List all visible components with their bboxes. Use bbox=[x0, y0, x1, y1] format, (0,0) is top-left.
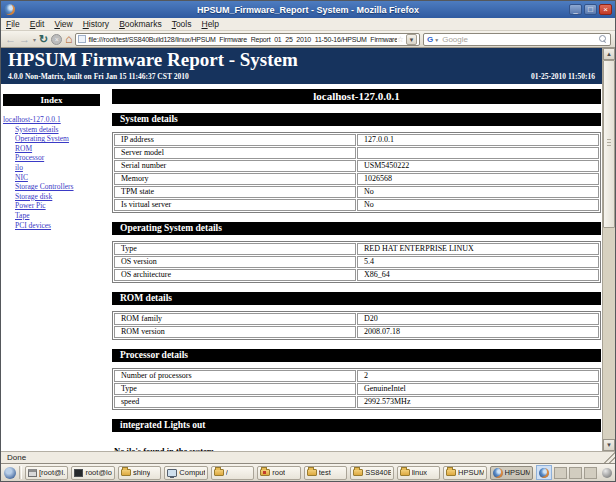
system-tray bbox=[536, 465, 612, 480]
browser-window: HPSUM_Firmware_Report - System - Mozilla… bbox=[0, 0, 616, 482]
folder-icon bbox=[307, 469, 317, 476]
search-engine-icon[interactable]: G bbox=[427, 35, 433, 44]
rom-details-table: ROM familyD20 ROM version2008.07.18 bbox=[112, 311, 601, 340]
scrollbar-thumb[interactable] bbox=[603, 60, 615, 228]
table-row: speed2992.573MHz bbox=[114, 396, 599, 408]
taskbar-item-hpsum-firefox[interactable]: HPSUM_... bbox=[490, 466, 533, 480]
url-text[interactable]: file:///root/test/SS840Build128/linux/HP… bbox=[88, 36, 396, 43]
page-title: HPSUM Firmware Report - System bbox=[8, 49, 595, 71]
scroll-down-icon[interactable]: ▼ bbox=[603, 439, 615, 451]
index-link-ilo[interactable]: ilo bbox=[15, 163, 105, 173]
index-sidebar: Index localhost-127.0.0.1 System details… bbox=[3, 94, 105, 230]
table-row: ROM familyD20 bbox=[114, 313, 599, 325]
menu-file[interactable]: File bbox=[6, 19, 20, 29]
minimize-button[interactable]: _ bbox=[569, 4, 582, 15]
taskbar-item-shiny[interactable]: shiny bbox=[118, 466, 161, 480]
workspace-switcher-2[interactable] bbox=[569, 467, 582, 479]
section-title-processor-details: Processor details bbox=[112, 349, 601, 362]
menu-help[interactable]: Help bbox=[201, 19, 218, 29]
table-row: TypeGenuineIntel bbox=[114, 383, 599, 395]
os-details-table: TypeRED HAT ENTERPRISE LINUX OS version5… bbox=[112, 241, 601, 283]
tray-status-icon[interactable] bbox=[602, 468, 612, 478]
section-title-system-details: System details bbox=[112, 113, 601, 126]
table-row: Number of processors2 bbox=[114, 370, 599, 382]
folder-icon bbox=[400, 469, 410, 476]
taskbar-item-root-slash[interactable]: / bbox=[211, 466, 254, 480]
folder-icon bbox=[353, 469, 363, 476]
index-link-storage-controllers[interactable]: Storage Controllers bbox=[15, 182, 105, 192]
workspace-switcher-1[interactable] bbox=[554, 467, 567, 479]
index-link-power-pic[interactable]: Power Pic bbox=[15, 201, 105, 211]
forward-icon[interactable]: → bbox=[19, 33, 30, 46]
taskbar-item-test[interactable]: test bbox=[304, 466, 347, 480]
menubar: File Edit View History Bookmarks Tools H… bbox=[1, 18, 615, 31]
taskbar-item-ss840b[interactable]: SS840B... bbox=[350, 466, 393, 480]
vertical-scrollbar[interactable]: ▲ ▼ bbox=[602, 48, 615, 451]
search-bar[interactable]: G ▼ Google bbox=[423, 33, 611, 46]
resize-grip[interactable] bbox=[603, 452, 615, 463]
terminal-dark-icon bbox=[74, 469, 83, 477]
search-placeholder[interactable]: Google bbox=[442, 35, 599, 44]
taskbar-item-root[interactable]: root bbox=[257, 466, 300, 480]
firefox-icon bbox=[493, 468, 503, 478]
back-icon[interactable]: ← bbox=[5, 33, 16, 46]
table-row: Is virtual serverNo bbox=[114, 199, 599, 211]
maximize-button[interactable]: □ bbox=[584, 4, 597, 15]
taskbar-item-hpsum-folder[interactable]: HPSUM_... bbox=[443, 466, 486, 480]
taskbar-item-computer[interactable]: Computer bbox=[164, 466, 207, 480]
section-title-rom-details: ROM details bbox=[112, 292, 601, 305]
index-link-storage-disk[interactable]: Storage disk bbox=[15, 192, 105, 202]
status-text: Done bbox=[7, 452, 26, 463]
firefox-icon bbox=[539, 468, 549, 478]
url-bar[interactable]: file:///root/test/SS840Build128/linux/HP… bbox=[75, 33, 420, 46]
workspace-switcher-3[interactable] bbox=[584, 467, 597, 479]
search-engine-dropdown-icon[interactable]: ▼ bbox=[434, 37, 439, 43]
tray-firefox-slot[interactable] bbox=[536, 465, 552, 480]
folder-icon bbox=[121, 469, 131, 476]
home-icon[interactable]: ⌂ bbox=[65, 33, 72, 46]
section-title-os-details: Operating System details bbox=[112, 222, 601, 235]
firefox-icon bbox=[4, 4, 15, 15]
index-link-operating-system[interactable]: Operating System bbox=[15, 134, 105, 144]
index-link-tape[interactable]: Tape bbox=[15, 211, 105, 221]
report-datetime: 01-25-2010 11:50:16 bbox=[531, 72, 595, 81]
folder-icon bbox=[214, 469, 224, 476]
table-row: Serial numberUSM5450222 bbox=[114, 160, 599, 172]
scrollbar-track[interactable] bbox=[603, 60, 615, 439]
menu-history[interactable]: History bbox=[83, 19, 109, 29]
bookmark-star-icon[interactable]: ☆ bbox=[397, 35, 404, 44]
index-link-pci-devices[interactable]: PCI devices bbox=[15, 221, 105, 231]
taskbar-item-terminal-1[interactable]: [root@l... bbox=[25, 466, 68, 480]
window-list-applet-icon[interactable] bbox=[4, 467, 16, 479]
index-link-processor[interactable]: Processor bbox=[15, 153, 105, 163]
stop-icon[interactable]: × bbox=[51, 34, 62, 45]
window-title: HPSUM_Firmware_Report - System - Mozilla… bbox=[1, 5, 615, 15]
scroll-up-icon[interactable]: ▲ bbox=[603, 48, 615, 60]
report-main: localhost-127.0.0.1 System details IP ad… bbox=[112, 89, 601, 451]
table-row: OS version5.4 bbox=[114, 256, 599, 268]
titlebar: HPSUM_Firmware_Report - System - Mozilla… bbox=[1, 1, 615, 18]
menu-tools[interactable]: Tools bbox=[172, 19, 192, 29]
index-link-system-details[interactable]: System details bbox=[15, 125, 105, 135]
menu-edit[interactable]: Edit bbox=[30, 19, 45, 29]
search-icon[interactable] bbox=[599, 35, 607, 43]
history-dropdown-icon[interactable]: ▾ bbox=[33, 36, 36, 43]
folder-home-icon bbox=[260, 469, 270, 476]
computer-icon bbox=[167, 469, 177, 477]
table-row: OS architectureX86_64 bbox=[114, 269, 599, 281]
taskbar-item-linux[interactable]: linux bbox=[397, 466, 440, 480]
menu-view[interactable]: View bbox=[54, 19, 72, 29]
index-link-rom[interactable]: ROM bbox=[15, 144, 105, 154]
reload-icon[interactable]: ↻ bbox=[39, 33, 48, 46]
index-link-nic[interactable]: NIC bbox=[15, 173, 105, 183]
table-row: TPM stateNo bbox=[114, 186, 599, 198]
url-dropdown-icon[interactable]: ▼ bbox=[406, 34, 417, 45]
navigation-toolbar: ← → ▾ ↻ × ⌂ file:///root/test/SS840Build… bbox=[1, 31, 615, 48]
index-link-localhost[interactable]: localhost-127.0.0.1 bbox=[3, 115, 105, 125]
menu-bookmarks[interactable]: Bookmarks bbox=[119, 19, 162, 29]
processor-details-table: Number of processors2 TypeGenuineIntel s… bbox=[112, 368, 601, 410]
system-details-table: IP address127.0.0.1 Server model Serial … bbox=[112, 132, 601, 213]
taskbar-item-terminal-2[interactable]: root@lo... bbox=[71, 466, 114, 480]
close-button[interactable]: × bbox=[599, 4, 612, 15]
table-row: ROM version2008.07.18 bbox=[114, 326, 599, 338]
